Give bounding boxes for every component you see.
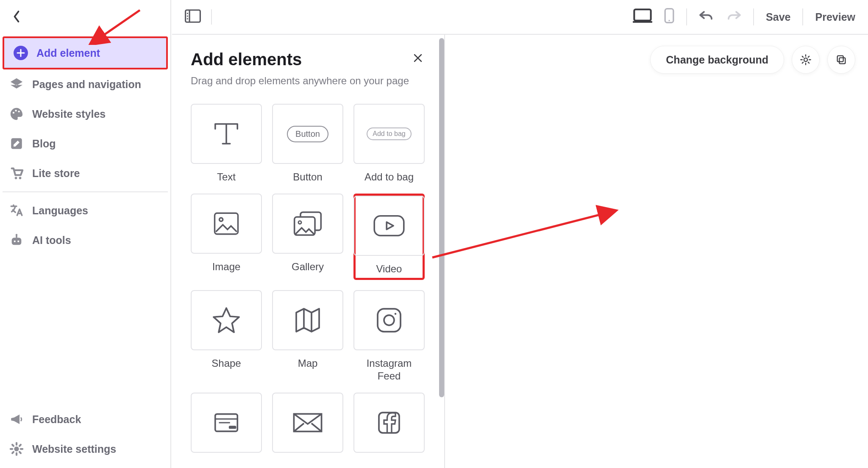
topbar: Save Preview — [172, 0, 868, 35]
tile-label: Map — [298, 357, 318, 370]
element-shape[interactable]: Shape — [191, 290, 262, 382]
svg-rect-35 — [379, 413, 399, 433]
element-contact[interactable] — [272, 393, 343, 453]
svg-point-5 — [15, 177, 17, 180]
top-left — [185, 9, 212, 25]
image-icon — [212, 210, 240, 237]
mobile-view-icon[interactable] — [664, 8, 674, 26]
svg-rect-38 — [837, 56, 843, 62]
element-add-to-bag[interactable]: Add to bag Add to bag — [353, 104, 425, 183]
sidebar-item-pages[interactable]: Pages and navigation — [0, 69, 170, 99]
svg-rect-17 — [634, 9, 651, 20]
element-button[interactable]: Button Button — [272, 104, 343, 183]
sidebar-item-label: Website styles — [32, 108, 106, 120]
chevron-left-icon — [12, 10, 21, 23]
sidebar-item-blog[interactable]: Blog — [0, 129, 170, 158]
redo-icon[interactable] — [726, 10, 741, 24]
desktop-view-icon[interactable] — [633, 8, 652, 26]
sidebar-item-label: Add element — [36, 47, 100, 59]
add-to-bag-sample: Add to bag — [367, 127, 411, 140]
copy-icon — [835, 54, 847, 66]
cart-icon — [9, 166, 24, 180]
text-icon — [211, 120, 241, 147]
canvas-floating-controls: Change background — [650, 46, 855, 74]
megaphone-icon — [9, 412, 24, 426]
element-image[interactable]: Image — [191, 194, 262, 280]
gear-icon — [800, 54, 812, 66]
sidebar-item-website-settings[interactable]: Website settings — [0, 434, 170, 464]
sidebar-item-add-element[interactable]: Add element — [3, 36, 168, 69]
sidebar-item-languages[interactable]: Languages — [0, 196, 170, 225]
sidebar-item-label: Lite store — [32, 167, 80, 180]
change-background-button[interactable]: Change background — [650, 46, 784, 74]
star-icon — [211, 305, 242, 335]
sidebar-item-feedback[interactable]: Feedback — [0, 404, 170, 434]
svg-point-11 — [14, 446, 19, 451]
svg-point-8 — [14, 241, 16, 242]
element-form[interactable] — [191, 393, 262, 453]
svg-point-9 — [17, 241, 19, 242]
svg-rect-26 — [374, 216, 404, 235]
preview-button[interactable]: Preview — [815, 11, 855, 23]
svg-point-15 — [187, 15, 188, 17]
top-right: Save Preview — [633, 8, 855, 26]
svg-point-3 — [18, 111, 20, 112]
duplicate-section-button[interactable] — [827, 46, 855, 74]
palette-icon — [9, 107, 24, 121]
svg-point-6 — [19, 177, 22, 180]
panel-title: Add elements — [191, 50, 302, 69]
svg-point-14 — [187, 13, 188, 14]
undo-icon[interactable] — [699, 10, 714, 24]
sidebar: Add element Pages and navigation Website… — [0, 0, 171, 468]
element-gallery[interactable]: Gallery — [272, 194, 343, 280]
add-elements-panel: Add elements Drag and drop elements anyw… — [172, 35, 445, 468]
element-text[interactable]: Text — [191, 104, 262, 183]
sidebar-item-label: Blog — [32, 138, 56, 150]
top-divider — [753, 8, 754, 25]
tile-label: Text — [217, 171, 236, 183]
sidebar-item-label: Pages and navigation — [32, 78, 141, 91]
svg-rect-37 — [839, 58, 845, 64]
save-button[interactable]: Save — [766, 11, 790, 23]
section-layout-icon[interactable] — [185, 9, 201, 25]
tile-label: Video — [376, 263, 402, 275]
svg-point-1 — [13, 112, 14, 114]
svg-point-29 — [395, 313, 397, 315]
sidebar-item-label: Languages — [32, 205, 88, 217]
svg-point-10 — [16, 234, 17, 235]
element-video[interactable]: Video — [353, 194, 425, 280]
translate-icon — [9, 203, 24, 218]
close-button[interactable] — [410, 50, 426, 69]
back-button[interactable] — [0, 0, 170, 36]
svg-point-20 — [668, 20, 670, 21]
svg-rect-33 — [229, 426, 236, 429]
panel-header: Add elements — [191, 50, 426, 69]
gallery-icon — [292, 210, 323, 238]
elements-grid: Text Button Button Add to bag Add to bag… — [191, 104, 426, 453]
element-facebook[interactable] — [353, 393, 425, 453]
svg-point-16 — [187, 18, 188, 19]
robot-icon — [9, 233, 24, 247]
gear-icon — [9, 442, 24, 456]
svg-rect-7 — [12, 238, 22, 245]
instagram-icon — [375, 306, 403, 334]
plus-circle-icon — [14, 46, 28, 60]
sidebar-item-ai-tools[interactable]: AI tools — [0, 225, 170, 255]
tile-label: Add to bag — [364, 171, 414, 183]
sidebar-bottom: Feedback Website settings — [0, 404, 170, 464]
sidebar-item-label: AI tools — [32, 234, 71, 246]
canvas[interactable] — [445, 35, 868, 468]
section-settings-button[interactable] — [792, 46, 820, 74]
scrollbar-thumb[interactable] — [439, 38, 444, 397]
tile-label: Instagram Feed — [353, 357, 425, 382]
svg-rect-27 — [378, 309, 401, 332]
video-icon — [372, 213, 406, 238]
sidebar-item-lite-store[interactable]: Lite store — [0, 158, 170, 188]
map-icon — [292, 306, 323, 334]
element-map[interactable]: Map — [272, 290, 343, 382]
close-icon — [413, 53, 423, 63]
svg-point-28 — [384, 315, 394, 325]
tile-label: Gallery — [292, 260, 324, 273]
sidebar-item-styles[interactable]: Website styles — [0, 99, 170, 129]
element-instagram-feed[interactable]: Instagram Feed — [353, 290, 425, 382]
